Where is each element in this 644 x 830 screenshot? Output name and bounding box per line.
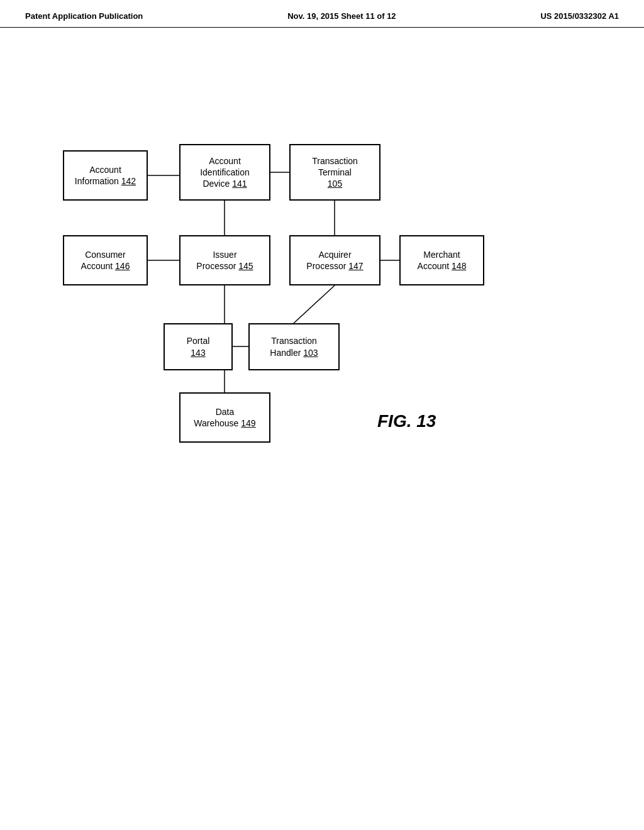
issuer-processor-box: IssuerProcessor 145 xyxy=(179,235,270,285)
header-right: US 2015/0332302 A1 xyxy=(540,11,619,21)
merchant-account-box: MerchantAccount 148 xyxy=(399,235,484,285)
header-left: Patent Application Publication xyxy=(25,11,143,21)
consumer-account-box: ConsumerAccount 146 xyxy=(63,235,148,285)
transaction-handler-box: TransactionHandler 103 xyxy=(248,323,340,370)
data-warehouse-box: DataWarehouse 149 xyxy=(179,392,270,443)
account-identification-device-box: AccountIdentificationDevice 141 xyxy=(179,144,270,201)
portal-box: Portal143 xyxy=(164,323,233,370)
page-header: Patent Application Publication Nov. 19, … xyxy=(0,0,644,28)
transaction-terminal-box: TransactionTerminal105 xyxy=(289,144,380,201)
account-information-box: AccountInformation 142 xyxy=(63,150,148,201)
fig13-diagram: AccountInformation 142 AccountIdentifica… xyxy=(0,28,644,468)
fig14-diagram: 105 Reader163 InputDevice 153 NetworkInt… xyxy=(0,468,644,830)
header-middle: Nov. 19, 2015 Sheet 11 of 12 xyxy=(287,11,396,21)
fig13-label: FIG. 13 xyxy=(377,411,436,431)
fig14-lines xyxy=(0,468,644,830)
acquirer-processor-box: AcquirerProcessor 147 xyxy=(289,235,380,285)
svg-line-7 xyxy=(294,285,335,323)
